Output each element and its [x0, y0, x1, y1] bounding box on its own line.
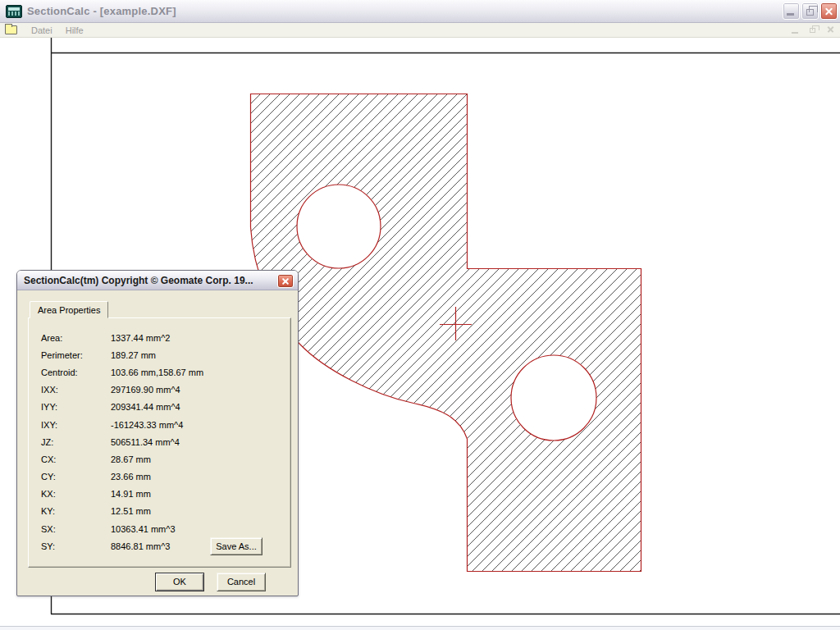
tab-page: Area: 1337.44 mm^2 Perimeter: 189.27 mm …	[28, 317, 291, 568]
property-row-cx: CX: 28.67 mm	[41, 450, 285, 468]
property-value: 297169.90 mm^4	[111, 385, 285, 395]
bottom-strip	[0, 627, 840, 630]
property-row-iyy: IYY: 209341.44 mm^4	[41, 399, 285, 416]
dialog-title: SectionCalc(tm) Copyright © Geomate Corp…	[24, 275, 253, 286]
property-label: JZ:	[41, 437, 111, 447]
tab-area-properties[interactable]: Area Properties	[30, 301, 108, 318]
property-label: CX:	[41, 454, 111, 464]
property-row-centroid: Centroid: 103.66 mm,158.67 mm	[41, 363, 285, 381]
property-row-kx: KX: 14.91 mm	[41, 486, 285, 503]
property-row-ixx: IXX: 297169.90 mm^4	[41, 381, 285, 399]
property-label: CY:	[41, 472, 111, 482]
property-value: 14.91 mm	[111, 489, 285, 499]
property-value: 23.66 mm	[111, 472, 285, 482]
property-row-ixy: IXY: -161243.33 mm^4	[41, 416, 285, 433]
property-value: -161243.33 mm^4	[111, 420, 285, 430]
property-value: 209341.44 mm^4	[111, 402, 285, 412]
property-label: Perimeter:	[41, 350, 111, 360]
tab-control: Area Properties Area: 1337.44 mm^2 Perim…	[28, 301, 291, 568]
property-row-ky: KY: 12.51 mm	[41, 503, 285, 520]
property-label: KY:	[41, 506, 111, 516]
property-value: 506511.34 mm^4	[111, 437, 285, 447]
dialog-title-bar: SectionCalc(tm) Copyright © Geomate Corp…	[17, 271, 298, 290]
property-value: 103.66 mm,158.67 mm	[111, 368, 285, 377]
ok-button[interactable]: OK	[155, 573, 204, 591]
property-value: 28.67 mm	[111, 454, 285, 464]
property-row-area: Area: 1337.44 mm^2	[41, 329, 285, 346]
property-row-cy: CY: 23.66 mm	[41, 468, 285, 486]
property-row-sx: SX: 10363.41 mm^3	[41, 520, 285, 537]
area-properties-dialog: SectionCalc(tm) Copyright © Geomate Corp…	[16, 270, 299, 596]
properties-list: Area: 1337.44 mm^2 Perimeter: 189.27 mm …	[41, 329, 285, 555]
property-row-jz: JZ: 506511.34 mm^4	[41, 433, 285, 450]
property-label: SX:	[41, 524, 111, 534]
property-label: SY:	[41, 541, 111, 551]
property-value: 12.51 mm	[111, 506, 285, 516]
property-label: IXX:	[41, 385, 111, 395]
property-label: Area:	[41, 333, 111, 343]
property-row-perimeter: Perimeter: 189.27 mm	[41, 346, 285, 363]
property-value: 189.27 mm	[111, 350, 285, 360]
property-value: 10363.41 mm^3	[111, 524, 285, 534]
property-value: 1337.44 mm^2	[111, 333, 285, 343]
section-shape	[251, 94, 641, 572]
property-label: IYY:	[41, 402, 111, 412]
property-label: Centroid:	[41, 368, 111, 377]
dialog-close-button[interactable]	[277, 274, 294, 288]
property-label: KX:	[41, 489, 111, 499]
save-as-button[interactable]: Save As...	[210, 537, 262, 555]
property-label: IXY:	[41, 420, 111, 430]
cancel-button[interactable]: Cancel	[217, 573, 266, 591]
